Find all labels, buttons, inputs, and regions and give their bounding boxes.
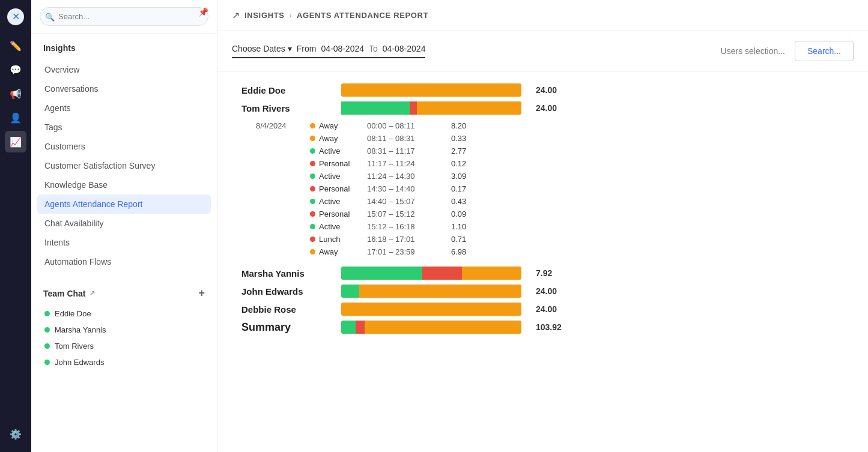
agent-score: 7.92 — [536, 268, 552, 278]
search-button[interactable]: Search... — [795, 41, 854, 61]
settings-icon[interactable]: ⚙️ — [5, 423, 26, 445]
to-date[interactable]: 04-08-2024 — [383, 44, 426, 53]
sidebar-section-title: Insights — [31, 34, 217, 58]
date-filter: Choose Dates ▾ From 04-08-2024 To 04-08-… — [232, 44, 425, 58]
chart-icon[interactable]: 📈 — [5, 131, 26, 152]
agent-score: 24.00 — [536, 85, 557, 95]
hours-value: 0.71 — [451, 235, 466, 244]
bar-segment-orange — [417, 101, 521, 115]
team-member-name: Tom Rivers — [55, 342, 94, 351]
online-status-dot — [44, 343, 50, 349]
agent-detail-section: 8/4/2024 Away 00:00 – 08:11 8.20 Away 08… — [256, 119, 844, 258]
time-range: 11:24 – 14:30 — [367, 172, 451, 181]
bar-container — [341, 267, 521, 280]
detail-row: Away 08:11 – 08:31 0.33 — [256, 132, 844, 145]
main-content: ↗ INSIGHTS › AGENTS ATTENDANCE REPORT Ch… — [217, 0, 868, 452]
status-label: Lunch — [319, 235, 367, 244]
hours-value: 0.43 — [451, 197, 466, 206]
bar-segment-green — [341, 321, 356, 334]
bar-segment-orange — [462, 267, 521, 280]
app-logo[interactable]: ✕ — [6, 7, 25, 26]
icon-bar: ✕ ✏️ 💬 📢 👤 📈 ⚙️ — [0, 0, 31, 452]
detail-row: Personal 11:17 – 11:24 0.12 — [256, 157, 844, 170]
team-chat-item[interactable]: John Edwards — [37, 354, 211, 370]
megaphone-icon[interactable]: 📢 — [5, 83, 26, 104]
add-team-chat-button[interactable]: + — [198, 287, 205, 300]
detail-row: Personal 15:07 – 15:12 0.09 — [256, 208, 844, 220]
bar-segment-red — [410, 101, 417, 115]
agent-name: Marsha Yannis — [241, 268, 332, 279]
edit-icon[interactable]: ✏️ — [5, 35, 26, 56]
bar-segment-orange — [359, 285, 521, 298]
bar-segment-green — [341, 285, 359, 298]
sidebar-item-intents[interactable]: Intents — [37, 233, 211, 252]
sidebar-item-chat-availability[interactable]: Chat Availability — [37, 214, 211, 233]
sidebar-item-agents[interactable]: Agents — [37, 98, 211, 118]
sidebar-item-customer-satisfaction[interactable]: Customer Satisfaction Survey — [37, 156, 211, 175]
online-status-dot — [44, 327, 50, 333]
status-label: Active — [319, 146, 367, 155]
filter-bar: Choose Dates ▾ From 04-08-2024 To 04-08-… — [217, 31, 868, 71]
bar-track — [341, 83, 521, 97]
users-selection-label[interactable]: Users selection... — [721, 46, 785, 56]
time-range: 08:31 – 11:17 — [367, 146, 451, 155]
sidebar-item-overview[interactable]: Overview — [37, 60, 211, 79]
status-label: Away — [319, 134, 367, 143]
sidebar-item-automation-flows[interactable]: Automation Flows — [37, 252, 211, 271]
status-dot — [310, 199, 315, 204]
choose-dates-label: Choose Dates — [232, 44, 285, 53]
sidebar: 🔍 📌 Insights Overview Conversations Agen… — [31, 0, 217, 452]
sidebar-item-customers[interactable]: Customers — [37, 137, 211, 156]
agent-name: Eddie Doe — [241, 85, 332, 95]
summary-row: Summary 103.92 — [241, 321, 844, 334]
status-label: Personal — [319, 159, 367, 168]
bar-segment — [341, 83, 521, 97]
team-chat-item[interactable]: Eddie Doe — [37, 306, 211, 322]
agent-score: 24.00 — [536, 286, 557, 296]
team-chat-item[interactable]: Marsha Yannis — [37, 322, 211, 338]
external-link-icon[interactable]: ↗ — [90, 289, 95, 297]
team-chat-item[interactable]: Tom Rivers — [37, 338, 211, 354]
detail-row: Active 14:40 – 15:07 0.43 — [256, 195, 844, 208]
sidebar-item-conversations[interactable]: Conversations — [37, 79, 211, 98]
time-range: 14:30 – 14:40 — [367, 184, 451, 193]
sidebar-search-input[interactable] — [40, 7, 208, 26]
hours-value: 6.98 — [451, 247, 466, 256]
bar-segment-orange — [365, 321, 521, 334]
team-chat-list: Eddie Doe Marsha Yannis Tom Rivers John … — [31, 303, 217, 452]
hours-value: 1.10 — [451, 222, 466, 231]
time-range: 11:17 – 11:24 — [367, 159, 451, 168]
bar-segment-red — [422, 267, 462, 280]
pin-icon: 📌 — [198, 7, 208, 17]
bar-container — [341, 285, 521, 298]
sidebar-item-tags[interactable]: Tags — [37, 118, 211, 137]
time-range: 15:07 – 15:12 — [367, 209, 451, 218]
sidebar-item-agents-attendance[interactable]: Agents Attendance Report — [37, 194, 211, 214]
status-label: Personal — [319, 209, 367, 218]
team-member-name: Eddie Doe — [55, 309, 91, 318]
search-icon: 🔍 — [45, 12, 55, 21]
contact-icon[interactable]: 👤 — [5, 107, 26, 128]
detail-row: Active 08:31 – 11:17 2.77 — [256, 145, 844, 157]
bar-segment-green — [341, 267, 422, 280]
agent-score: 24.00 — [536, 103, 557, 113]
page-header: ↗ INSIGHTS › AGENTS ATTENDANCE REPORT — [217, 0, 868, 31]
from-date[interactable]: 04-08-2024 — [321, 44, 364, 53]
time-range: 14:40 – 15:07 — [367, 197, 451, 206]
status-label: Active — [319, 197, 367, 206]
agent-name: Tom Rivers — [241, 103, 332, 113]
status-dot — [310, 148, 315, 154]
status-dot — [310, 136, 315, 141]
agent-row: Marsha Yannis 7.92 — [241, 267, 844, 280]
choose-dates-button[interactable]: Choose Dates ▾ — [232, 44, 292, 53]
date-range: From 04-08-2024 To 04-08-2024 — [297, 44, 426, 53]
bar-track — [341, 303, 521, 316]
breadcrumb-report: AGENTS ATTENDANCE REPORT — [297, 11, 428, 20]
sidebar-item-knowledge-base[interactable]: Knowledge Base — [37, 175, 211, 194]
hours-value: 3.09 — [451, 172, 466, 181]
bar-track — [341, 267, 521, 280]
time-range: 15:12 – 16:18 — [367, 222, 451, 231]
status-label: Active — [319, 172, 367, 181]
team-member-name: Marsha Yannis — [55, 325, 106, 334]
chat-icon[interactable]: 💬 — [5, 59, 26, 80]
